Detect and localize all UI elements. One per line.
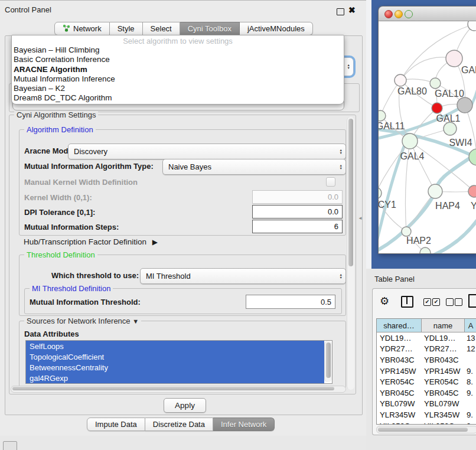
mi-algorithm-type-select[interactable]: Naive Bayes ▲▼ <box>162 159 346 175</box>
algorithm-option[interactable]: Dream8 DC_TDC Algorithm <box>12 93 344 103</box>
algorithm-definition-group: Algorithm Definition Aracne Mode: Discov… <box>19 129 346 236</box>
spinner-icon: ▲▼ <box>340 149 343 155</box>
node-label: GAL80 <box>397 86 427 96</box>
attribute-item-selected[interactable]: BetweennessCentrality <box>26 362 324 373</box>
table-row[interactable]: YBL079WYBL079W <box>377 399 476 410</box>
tab-impute-data[interactable]: Impute Data <box>87 418 145 431</box>
network-window-titlebar[interactable] <box>379 6 476 21</box>
settings-hscrollbar-thumb[interactable] <box>12 387 334 390</box>
table-row[interactable]: YIL052CYIL052C9 <box>377 420 476 425</box>
settings-scrollbar[interactable] <box>347 117 354 390</box>
zoom-traffic-light-icon[interactable] <box>405 10 413 18</box>
panel-splitter-handle[interactable]: ◄ <box>358 216 363 221</box>
close-traffic-light-icon[interactable] <box>384 10 393 18</box>
float-window-icon[interactable] <box>337 8 344 15</box>
mi-threshold-input[interactable]: 0.5 <box>246 295 335 309</box>
node-table[interactable]: shared… name A YDL19…YDL19…13 YDR27…YDR2… <box>376 318 476 425</box>
tab-jactivemnodules[interactable]: jActiveMNodules <box>240 22 313 35</box>
tab-style[interactable]: Style <box>110 22 143 35</box>
node-gal11[interactable] <box>379 110 386 121</box>
node-hap2[interactable] <box>402 227 411 236</box>
split-columns-icon[interactable] <box>401 296 413 308</box>
network-icon <box>63 24 70 34</box>
column-header-name[interactable]: name <box>422 319 465 332</box>
node-hap4[interactable] <box>428 184 442 198</box>
settings-hscrollbar[interactable] <box>11 386 346 393</box>
node-gal4[interactable] <box>402 133 418 149</box>
apply-button[interactable]: Apply <box>164 398 206 413</box>
algorithm-option[interactable]: Basic Correlation Inference <box>12 55 344 64</box>
select-all-columns-icon2[interactable]: ✔ <box>432 298 440 306</box>
mi-steps-input[interactable]: 6 <box>252 220 343 233</box>
control-panel: Control Panel ✖ Network Style Select Cyn… <box>0 0 367 436</box>
node-partial-bottom[interactable] <box>420 247 431 253</box>
cyni-algorithm-settings-group: Cyni Algorithm Settings Algorithm Defini… <box>9 115 356 394</box>
column-header-partial[interactable]: A <box>465 319 476 332</box>
attribute-item-selected[interactable]: gal4RGexp <box>26 373 324 383</box>
table-row[interactable]: YPR145WYPR145W9. <box>377 366 476 377</box>
table-hscrollbar-thumb[interactable] <box>378 428 468 432</box>
table-row[interactable]: YLR345WYLR345W9. <box>377 409 476 420</box>
table-row[interactable]: YBR045CYBR045C9. <box>377 387 476 399</box>
mi-threshold-definition-group: MI Threshold Definition Mutual Informati… <box>24 288 342 314</box>
tab-select[interactable]: Select <box>143 22 180 35</box>
algorithm-option[interactable]: Bayesian – K2 <box>12 84 344 93</box>
which-threshold-select[interactable]: MI Threshold ▲▼ <box>140 268 346 284</box>
node-green-gal1[interactable] <box>444 122 457 135</box>
node-gal10[interactable] <box>430 78 441 89</box>
kernel-width-label: Kernel Width (0,1): <box>24 193 92 202</box>
dpi-tolerance-input[interactable]: 0.0 <box>252 205 343 219</box>
table-hscrollbar[interactable] <box>376 426 476 433</box>
node-red-gal1[interactable] <box>432 103 442 113</box>
close-icon[interactable]: ✖ <box>348 5 356 15</box>
table-row[interactable]: YBR043CYBR043C <box>377 354 476 366</box>
node-label: Y <box>471 201 476 211</box>
kernel-width-input[interactable]: 0.0 <box>252 190 343 204</box>
data-attributes-list[interactable]: SelfLoops TopologicalCoefficient Between… <box>25 340 332 384</box>
attributes-scrollbar-thumb[interactable] <box>326 343 331 378</box>
table-row[interactable]: YDL19…YDL19…13 <box>377 332 476 344</box>
network-window: GAL GAL80 GAL10 GAL1 GAL11 SWI4 GAL4 GCY… <box>378 6 476 254</box>
deselect-all-columns-icon2[interactable] <box>455 298 462 306</box>
tab-infer-network[interactable]: Infer Network <box>213 418 275 431</box>
node-gray[interactable] <box>457 97 472 113</box>
table-row[interactable]: YDR27…YDR27…12 <box>377 344 476 355</box>
manual-kernel-width-label: Manual Kernel Width Definition <box>24 178 138 187</box>
table-row[interactable]: YER054CYER054C8. <box>377 376 476 387</box>
tab-discretize-data[interactable]: Discretize Data <box>145 418 213 431</box>
cyni-toolbox-panel: ▲▼ Select algorithm to view settings Bay… <box>5 35 363 415</box>
minimize-traffic-light-icon[interactable] <box>395 10 403 18</box>
attribute-item-selected[interactable]: TopologicalCoefficient <box>26 351 324 362</box>
node-y-partial[interactable] <box>468 185 476 197</box>
column-header-shared-name[interactable]: shared… <box>377 319 422 332</box>
select-all-columns-icon[interactable]: ✔ <box>423 298 431 306</box>
table-panel-title: Table Panel <box>374 275 415 283</box>
node-label: HAP4 <box>435 201 460 211</box>
algorithm-option[interactable]: Mutual Information Inference <box>12 74 344 84</box>
mi-steps-label: Mutual Information Steps: <box>24 223 119 231</box>
node-swi4[interactable] <box>469 149 476 165</box>
panel-corner-button[interactable] <box>3 441 17 450</box>
tab-cyni-toolbox[interactable]: Cyni Toolbox <box>180 22 240 35</box>
sources-toggle[interactable]: Sources for Network Inference ▼ <box>24 317 141 325</box>
node-gal80[interactable] <box>395 74 406 86</box>
gear-icon[interactable]: ⚙ <box>380 295 389 308</box>
new-table-icon[interactable] <box>468 294 476 308</box>
group-title: Cyni Algorithm Settings <box>14 110 98 119</box>
settings-scrollbar-thumb[interactable] <box>348 119 353 266</box>
aracne-mode-select[interactable]: Discovery ▲▼ <box>68 144 346 159</box>
node-gcy1[interactable] <box>379 187 382 199</box>
algorithm-option-selected[interactable]: ARACNE Algorithm <box>12 65 344 74</box>
mi-threshold-label: Mutual Information Threshold: <box>30 298 141 306</box>
hub-definition-toggle[interactable]: Hub/Transcription Factor Definition ▶ <box>24 237 158 246</box>
node-gal-partial[interactable] <box>446 50 462 67</box>
network-canvas[interactable]: GAL GAL80 GAL10 GAL1 GAL11 SWI4 GAL4 GCY… <box>379 21 476 253</box>
manual-kernel-width-checkbox[interactable] <box>326 177 335 187</box>
table-panel-box: ⚙ ✔ ✔ shared… name A YDL19…YDL19…13 YDR2… <box>372 288 476 435</box>
attributes-scrollbar[interactable] <box>324 341 332 382</box>
algorithm-option[interactable]: Bayesian – Hill Climbing <box>12 45 344 55</box>
tab-network[interactable]: Network <box>54 22 110 35</box>
deselect-all-columns-icon[interactable] <box>446 298 454 306</box>
attribute-item-selected[interactable]: SelfLoops <box>26 341 324 351</box>
group-title: Algorithm Definition <box>24 125 96 134</box>
